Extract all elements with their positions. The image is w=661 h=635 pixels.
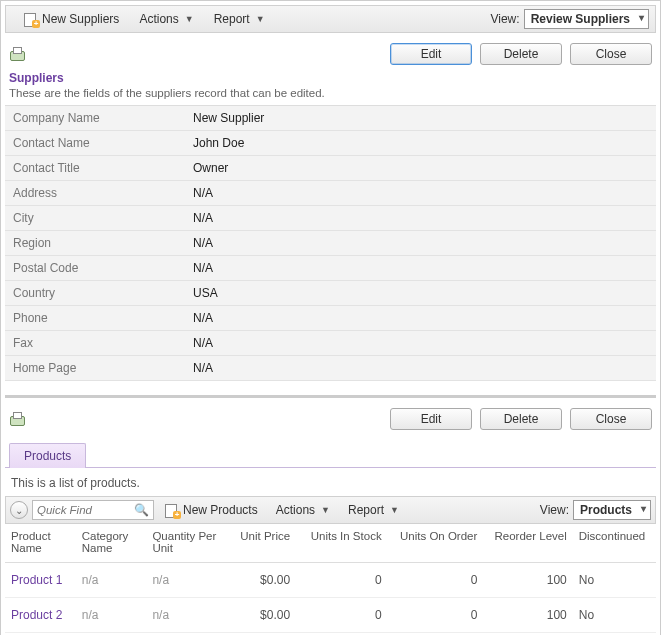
edit-button[interactable]: Edit: [390, 408, 472, 430]
view-selected-value: Products: [580, 503, 632, 517]
cell-qtyPerUnit: n/a: [146, 563, 231, 598]
suppliers-subtitle: These are the fields of the suppliers re…: [5, 87, 656, 105]
view-label: View:: [540, 503, 569, 517]
detail-row: AddressN/A: [5, 181, 656, 206]
products-report-menu[interactable]: Report ▼: [339, 500, 408, 520]
chevron-down-icon: ▼: [256, 14, 265, 24]
close-button[interactable]: Close: [570, 43, 652, 65]
close-button[interactable]: Close: [570, 408, 652, 430]
detail-value: N/A: [185, 331, 656, 355]
cell-reorderLevel: 100: [483, 598, 572, 633]
new-products-label: New Products: [183, 503, 258, 517]
col-units-on-order[interactable]: Units On Order: [388, 524, 484, 563]
detail-label: Contact Title: [5, 156, 185, 180]
cell-unitPrice: $0.00: [232, 598, 296, 633]
expand-toggle[interactable]: ⌄: [10, 501, 28, 519]
detail-label: Company Name: [5, 106, 185, 130]
actions-menu[interactable]: Actions ▼: [129, 9, 203, 29]
edit-button[interactable]: Edit: [390, 43, 472, 65]
detail-value: N/A: [185, 231, 656, 255]
tab-products[interactable]: Products: [9, 443, 86, 468]
chevron-down-icon: ⌄: [15, 505, 23, 516]
new-products-button[interactable]: + New Products: [154, 500, 267, 520]
detail-row: RegionN/A: [5, 231, 656, 256]
cell-productName[interactable]: Product 1: [5, 563, 76, 598]
actions-label: Actions: [276, 503, 315, 517]
detail-value: N/A: [185, 181, 656, 205]
cell-discontinued: No: [573, 563, 656, 598]
quick-find-box: 🔍: [32, 500, 154, 520]
cell-unitsInStock: 0: [296, 563, 388, 598]
detail-row: CountryUSA: [5, 281, 656, 306]
col-qty-per-unit[interactable]: Quantity Per Unit: [146, 524, 231, 563]
cell-categoryName: n/a: [76, 598, 147, 633]
cell-unitsOnOrder: 0: [388, 563, 484, 598]
detail-row: PhoneN/A: [5, 306, 656, 331]
detail-value: John Doe: [185, 131, 656, 155]
new-suppliers-label: New Suppliers: [42, 12, 119, 26]
view-selected-value: Review Suppliers: [531, 12, 630, 26]
products-actions-menu[interactable]: Actions ▼: [267, 500, 339, 520]
detail-row: Contact TitleOwner: [5, 156, 656, 181]
report-menu[interactable]: Report ▼: [204, 9, 275, 29]
products-toolbar: ⌄ 🔍 + New Products Actions ▼ Report ▼ Vi…: [5, 496, 656, 524]
col-reorder-level[interactable]: Reorder Level: [483, 524, 572, 563]
detail-value: N/A: [185, 256, 656, 280]
col-category-name[interactable]: Category Name: [76, 524, 147, 563]
detail-value: N/A: [185, 306, 656, 330]
detail-value: Owner: [185, 156, 656, 180]
detail-label: Home Page: [5, 356, 185, 380]
suppliers-toolbar: + New Suppliers Actions ▼ Report ▼ View:…: [5, 5, 656, 33]
detail-row: CityN/A: [5, 206, 656, 231]
detail-label: Address: [5, 181, 185, 205]
cell-qtyPerUnit: n/a: [146, 598, 231, 633]
detail-label: Country: [5, 281, 185, 305]
cell-unitsOnOrder: 0: [388, 598, 484, 633]
print-icon[interactable]: [9, 47, 25, 61]
new-suppliers-button[interactable]: + New Suppliers: [12, 9, 129, 29]
view-select[interactable]: Review Suppliers: [524, 9, 649, 29]
cell-productName[interactable]: Product 2: [5, 598, 76, 633]
detail-value: New Supplier: [185, 106, 656, 130]
detail-label: Contact Name: [5, 131, 185, 155]
detail-row: Contact NameJohn Doe: [5, 131, 656, 156]
col-unit-price[interactable]: Unit Price: [232, 524, 296, 563]
col-product-name[interactable]: Product Name: [5, 524, 76, 563]
print-icon[interactable]: [9, 412, 25, 426]
report-label: Report: [214, 12, 250, 26]
chevron-down-icon: ▼: [185, 14, 194, 24]
detail-label: Fax: [5, 331, 185, 355]
new-page-icon: +: [22, 12, 38, 26]
delete-button[interactable]: Delete: [480, 43, 562, 65]
col-discontinued[interactable]: Discontinued: [573, 524, 656, 563]
table-row[interactable]: Product 1n/an/a$0.0000100No: [5, 563, 656, 598]
table-row[interactable]: Product 2n/an/a$0.0000100No: [5, 598, 656, 633]
delete-button[interactable]: Delete: [480, 408, 562, 430]
products-button-row: Edit Delete Close: [5, 398, 656, 436]
products-description: This is a list of products.: [5, 468, 656, 496]
suppliers-title: Suppliers: [5, 71, 656, 87]
cell-discontinued: No: [573, 598, 656, 633]
cell-unitsInStock: 0: [296, 598, 388, 633]
detail-row: Home PageN/A: [5, 356, 656, 381]
detail-row: FaxN/A: [5, 331, 656, 356]
detail-row: Postal CodeN/A: [5, 256, 656, 281]
supplier-details: Company NameNew SupplierContact NameJohn…: [5, 105, 656, 381]
cell-reorderLevel: 100: [483, 563, 572, 598]
cell-categoryName: n/a: [76, 563, 147, 598]
quick-find-input[interactable]: [37, 504, 129, 516]
detail-label: Phone: [5, 306, 185, 330]
actions-label: Actions: [139, 12, 178, 26]
view-label: View:: [490, 12, 519, 26]
products-table: Product Name Category Name Quantity Per …: [5, 524, 656, 635]
report-label: Report: [348, 503, 384, 517]
col-units-in-stock[interactable]: Units In Stock: [296, 524, 388, 563]
chevron-down-icon: ▼: [390, 505, 399, 515]
search-icon[interactable]: 🔍: [134, 503, 149, 517]
products-view-select[interactable]: Products: [573, 500, 651, 520]
cell-unitPrice: $0.00: [232, 563, 296, 598]
tab-strip: Products: [5, 442, 656, 468]
table-header-row: Product Name Category Name Quantity Per …: [5, 524, 656, 563]
detail-label: Postal Code: [5, 256, 185, 280]
suppliers-button-row: Edit Delete Close: [5, 33, 656, 71]
